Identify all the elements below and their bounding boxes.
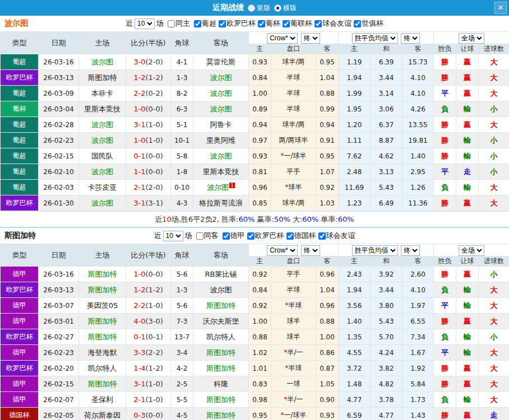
avg-draw: 5.70 bbox=[371, 329, 402, 345]
league-badge: 葡超 bbox=[1, 54, 39, 70]
corners: 5-6 bbox=[171, 267, 193, 282]
match-row: 德甲26-03-07美因茨052-2(1-0)5-6斯图加特0.92*半球0.9… bbox=[1, 298, 509, 314]
col-header-goals: 进球数 bbox=[479, 44, 509, 54]
score: 2-2(0-2) bbox=[126, 86, 171, 101]
avg-away: 4.10 bbox=[402, 70, 434, 86]
league-filter[interactable]: 葡杯 bbox=[258, 18, 280, 29]
odds-stage-select[interactable]: 终 bbox=[301, 33, 320, 44]
score: 0-1(0-0) bbox=[126, 148, 171, 164]
bookmaker-select[interactable]: Crow* bbox=[267, 245, 298, 256]
away-odds: 1.05 bbox=[316, 376, 339, 392]
same-venue-filter[interactable]: 同客 bbox=[196, 231, 219, 241]
col-header-away: 客场 bbox=[193, 244, 249, 267]
league-filter[interactable]: 葡联杯 bbox=[283, 18, 312, 29]
match-count-select[interactable]: 10 bbox=[135, 18, 155, 29]
match-row: 德甲26-02-15斯图加特3-1(1-0)2-5科隆0.83一球1.051.4… bbox=[1, 376, 509, 392]
avg-stage-select[interactable]: 终 bbox=[401, 33, 420, 44]
same-venue-checkbox[interactable] bbox=[168, 20, 175, 27]
avg-select-cell: 胜平负均值 终 bbox=[339, 32, 434, 44]
score: 1-2(1-2) bbox=[126, 70, 171, 86]
away-team: 斯图加特 bbox=[193, 298, 249, 314]
result-handicap: 贏 bbox=[456, 267, 479, 282]
match-count-select[interactable]: 10 bbox=[163, 231, 183, 241]
match-date: 26-02-27 bbox=[39, 329, 79, 345]
handicap: 半球 bbox=[271, 86, 316, 101]
home-odds: 0.85 bbox=[249, 195, 271, 211]
home-odds: 0.93 bbox=[249, 54, 271, 70]
avg-home: 4.77 bbox=[339, 392, 371, 408]
close-button[interactable]: ✕ bbox=[494, 2, 507, 14]
layout-radio-horizontal[interactable]: 横版 bbox=[274, 3, 297, 13]
handicap: 球半 bbox=[271, 314, 316, 329]
league-badge: 欧罗巴杯 bbox=[1, 361, 39, 376]
summary-segment: 赢率: bbox=[254, 214, 274, 225]
avg-type-select[interactable]: 胜平负均值 bbox=[352, 245, 398, 256]
league-checkbox[interactable] bbox=[247, 232, 254, 240]
league-checkbox[interactable] bbox=[194, 20, 201, 27]
result-handicap: 贏 bbox=[456, 195, 479, 211]
result-goals: 小 bbox=[479, 101, 509, 117]
result-goals: 小 bbox=[479, 164, 509, 180]
league-filter[interactable]: 球会友谊 bbox=[318, 231, 355, 241]
league-checkbox[interactable] bbox=[286, 232, 294, 240]
layout-radio-vertical[interactable]: 竖版 bbox=[248, 3, 270, 13]
corners: 0-10 bbox=[171, 180, 193, 195]
away-team: 波尔图 bbox=[193, 70, 249, 86]
result-wdl: 勝 bbox=[434, 314, 456, 329]
home-odds: 0.94 bbox=[249, 117, 271, 133]
col-header-date: 日期 bbox=[39, 32, 79, 54]
league-filter[interactable]: 欧罗巴杯 bbox=[219, 18, 256, 29]
avg-away: 2.95 bbox=[402, 164, 434, 180]
league-checkbox[interactable] bbox=[283, 20, 290, 27]
avg-away: 19.81 bbox=[402, 133, 434, 148]
team-name-porto: 波尔图 bbox=[4, 18, 28, 29]
league-checkbox[interactable] bbox=[314, 20, 322, 27]
away-team: 凯尔特人 bbox=[193, 329, 249, 345]
recent-results-dialog: 近期战绩 竖版 横版 ✕ 波尔图 近 10 场 同主 bbox=[0, 0, 509, 420]
match-date: 26-03-13 bbox=[39, 282, 79, 298]
col-header-home: 主场 bbox=[79, 244, 126, 267]
avg-stage-select[interactable]: 终 bbox=[401, 245, 420, 256]
avg-away: 6.55 bbox=[402, 314, 434, 329]
league-checkbox[interactable] bbox=[219, 20, 226, 27]
close-icon: ✕ bbox=[498, 3, 504, 12]
league-checkbox[interactable] bbox=[258, 20, 265, 27]
avg-type-select[interactable]: 胜平负均值 bbox=[352, 33, 398, 44]
same-venue-filter[interactable]: 同主 bbox=[168, 18, 190, 29]
league-filter[interactable]: 球会友谊 bbox=[314, 18, 351, 29]
league-badge: 德甲 bbox=[1, 314, 39, 329]
bookmaker-select[interactable]: Crow* bbox=[267, 33, 298, 44]
home-odds: 1.00 bbox=[249, 314, 271, 329]
col-header-result: 胜负 bbox=[434, 44, 456, 54]
league-filter[interactable]: 世俱杯 bbox=[354, 18, 383, 29]
league-filter[interactable]: 葡超 bbox=[194, 18, 216, 29]
scope-select[interactable]: 全场 bbox=[459, 33, 484, 44]
league-badge: 葡超 bbox=[1, 86, 39, 101]
title-wrap: 近期战绩 竖版 横版 bbox=[0, 0, 509, 16]
home-odds: 0.92 bbox=[249, 298, 271, 314]
result-handicap: 贏 bbox=[456, 54, 479, 70]
league-filter[interactable]: 德国杯 bbox=[286, 231, 316, 241]
odds-stage-select[interactable]: 终 bbox=[301, 245, 320, 256]
home-odds: 0.92 bbox=[249, 267, 271, 282]
stuttgart-filter-controls: 近 10 场 同客 德甲欧罗巴杯德国杯球会友谊 bbox=[154, 231, 355, 241]
scope-select[interactable]: 全场 bbox=[459, 245, 484, 256]
away-odds: 1.04 bbox=[316, 282, 339, 298]
result-goals: 大 bbox=[479, 180, 509, 195]
same-venue-checkbox[interactable] bbox=[196, 232, 203, 240]
away-odds: 0.99 bbox=[316, 101, 339, 117]
league-checkbox[interactable] bbox=[318, 232, 326, 240]
home-team: 国民队 bbox=[79, 148, 126, 164]
home-team: 斯图加特 bbox=[79, 376, 126, 392]
score: 3-1(1-0) bbox=[126, 376, 171, 392]
league-badge: 葡杯 bbox=[1, 101, 39, 117]
home-team: 里斯本竞技 bbox=[79, 101, 126, 117]
league-filter[interactable]: 欧罗巴杯 bbox=[247, 231, 284, 241]
league-badge: 葡超 bbox=[1, 148, 39, 164]
games-label: 场 bbox=[185, 231, 192, 241]
league-checkbox[interactable] bbox=[354, 20, 361, 27]
league-badge: 德甲 bbox=[1, 267, 39, 282]
corners: 3-4 bbox=[171, 345, 193, 361]
league-filter[interactable]: 德甲 bbox=[223, 231, 245, 241]
league-checkbox[interactable] bbox=[223, 232, 230, 240]
